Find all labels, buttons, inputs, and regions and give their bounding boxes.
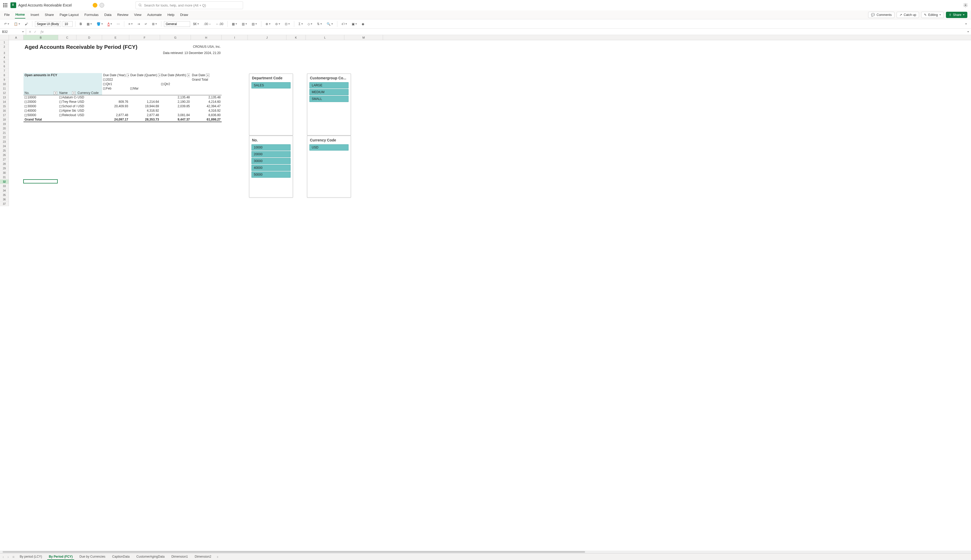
tab-home[interactable]: Home (15, 11, 25, 18)
slicer-customergroup-code[interactable]: Customergroup Co...LARGEMEDIUMSMALL (307, 73, 351, 135)
enter-formula-icon[interactable]: ✓ (34, 30, 37, 34)
formula-expand-button[interactable] (967, 31, 969, 32)
row-header-26[interactable]: 26 (0, 153, 8, 157)
column-header-I[interactable]: I (222, 35, 248, 40)
pivot-row-no[interactable]: −20000 (23, 100, 58, 104)
share-button[interactable]: ⇪ Share (946, 12, 967, 18)
tab-insert[interactable]: Insert (30, 11, 40, 18)
pivot-row-no[interactable]: −50000 (23, 113, 58, 117)
column-header-L[interactable]: L (306, 35, 344, 40)
column-header-K[interactable]: K (287, 35, 306, 40)
tab-page-layout[interactable]: Page Layout (59, 11, 79, 18)
column-header-F[interactable]: F (129, 35, 160, 40)
tab-help[interactable]: Help (167, 11, 175, 18)
align-button[interactable]: ≡ (127, 22, 134, 27)
format-table-button[interactable]: ▥ (240, 22, 249, 27)
app-launcher-icon[interactable] (3, 3, 7, 7)
format-cells-button[interactable]: ⊡ (283, 22, 291, 27)
slicer-item[interactable]: MEDIUM (309, 89, 349, 95)
slicer-item[interactable]: 10000 (252, 144, 290, 150)
row-header-29[interactable]: 29 (0, 166, 8, 171)
column-header-E[interactable]: E (102, 35, 129, 40)
pivot-row-name[interactable]: −Alpine Ski I (58, 108, 77, 113)
row-header-20[interactable]: 20 (0, 126, 8, 131)
slicer-item[interactable]: 20000 (252, 151, 290, 157)
copilot-button[interactable]: ◉ (360, 22, 366, 27)
row-header-15[interactable]: 15 (0, 104, 8, 108)
row-header-32[interactable]: 32 (0, 180, 8, 184)
tab-formulas[interactable]: Formulas (84, 11, 99, 18)
paste-button[interactable]: 📋 (12, 22, 22, 27)
ribbon-expand-button[interactable] (964, 23, 968, 25)
row-header-17[interactable]: 17 (0, 113, 8, 117)
column-header-C[interactable]: C (58, 35, 77, 40)
pivot-filter-month[interactable]: Due Date (Month) (160, 73, 190, 78)
row-header-11[interactable]: 11 (0, 87, 8, 91)
row-header-18[interactable]: 18 (0, 117, 8, 122)
pivot-field-name[interactable]: Name (58, 91, 77, 95)
row-header-10[interactable]: 10 (0, 82, 8, 87)
autosum-button[interactable]: Σ (297, 22, 304, 27)
name-box[interactable]: B32 (0, 29, 26, 35)
row-header-24[interactable]: 24 (0, 144, 8, 148)
row-header-19[interactable]: 19 (0, 122, 8, 126)
row-header-33[interactable]: 33 (0, 184, 8, 188)
pivot-row-no[interactable]: −40000 (23, 108, 58, 113)
fx-icon[interactable]: ƒx (40, 30, 43, 34)
decrease-decimal-button[interactable]: .00→ (202, 22, 213, 27)
pivot-qtr2[interactable]: +Qtr2 (160, 82, 191, 87)
conditional-format-button[interactable]: ▦ (230, 22, 239, 27)
tab-draw[interactable]: Draw (180, 11, 189, 18)
pivot-row-name[interactable]: −Relecloud (58, 113, 77, 117)
tab-review[interactable]: Review (117, 11, 129, 18)
row-header-22[interactable]: 22 (0, 135, 8, 140)
pivot-qtr1[interactable]: −Qtr1 (102, 82, 129, 87)
row-header-35[interactable]: 35 (0, 193, 8, 197)
increase-decimal-button[interactable]: ←.00 (214, 22, 225, 27)
pivot-row-name[interactable]: −Adatum Co (58, 95, 77, 100)
column-header-G[interactable]: G (160, 35, 191, 40)
select-all-corner[interactable] (0, 35, 9, 40)
delete-cells-button[interactable]: ⊖ (274, 22, 282, 27)
column-header-H[interactable]: H (191, 35, 222, 40)
row-header-3[interactable]: 3 (0, 51, 8, 55)
pivot-filter-duedate[interactable]: Due Date (191, 73, 222, 78)
catch-up-button[interactable]: ↗ Catch up (897, 12, 919, 18)
settings-gear-icon[interactable] (963, 3, 968, 8)
slicer-item[interactable]: SALES (252, 82, 290, 88)
format-painter-button[interactable]: 🖌 (23, 22, 30, 27)
tab-file[interactable]: File (4, 11, 10, 18)
pivot-row-name[interactable]: −Trey Resear (58, 100, 77, 104)
row-header-37[interactable]: 37 (0, 202, 8, 206)
merge-button[interactable]: ⊞ (150, 22, 158, 27)
slicer-item[interactable]: 50000 (252, 172, 290, 178)
pivot-filter-year[interactable]: Due Date (Year) (102, 73, 129, 78)
slicer-department-code[interactable]: Department CodeSALES (249, 73, 293, 135)
row-header-13[interactable]: 13 (0, 95, 8, 100)
row-header-27[interactable]: 27 (0, 157, 8, 162)
sync-status-icon[interactable] (100, 3, 104, 8)
pivot-year-2022[interactable]: −2022 (102, 78, 129, 82)
row-header-1[interactable]: 1 (0, 40, 8, 45)
pivot-field-currency[interactable]: Currency Code (77, 91, 102, 95)
font-name-select[interactable] (35, 21, 61, 27)
clear-button[interactable]: ◇ (306, 22, 314, 27)
slicer-no[interactable]: No.1000020000300004000050000 (249, 136, 293, 198)
addins-button[interactable]: ▣ (350, 22, 359, 27)
font-color-button[interactable]: A (106, 21, 113, 27)
column-header-J[interactable]: J (248, 35, 287, 40)
currency-button[interactable]: $€ (192, 22, 200, 27)
column-header-A[interactable]: A (9, 35, 23, 40)
indent-button[interactable]: ⇥ (136, 22, 142, 27)
cell-styles-button[interactable]: ▤ (250, 22, 259, 27)
sort-filter-button[interactable]: ⇅ (315, 22, 324, 27)
row-header-12[interactable]: 12 (0, 91, 8, 95)
row-header-21[interactable]: 21 (0, 131, 8, 135)
tab-data[interactable]: Data (104, 11, 112, 18)
wrap-text-button[interactable]: ↵ (143, 22, 149, 27)
row-header-7[interactable]: 7 (0, 68, 8, 73)
row-header-28[interactable]: 28 (0, 162, 8, 166)
insert-cells-button[interactable]: ⊕ (264, 22, 272, 27)
search-input[interactable]: Search for tools, help, and more (Alt + … (135, 1, 243, 9)
fill-color-button[interactable]: 🪣 (95, 22, 104, 27)
